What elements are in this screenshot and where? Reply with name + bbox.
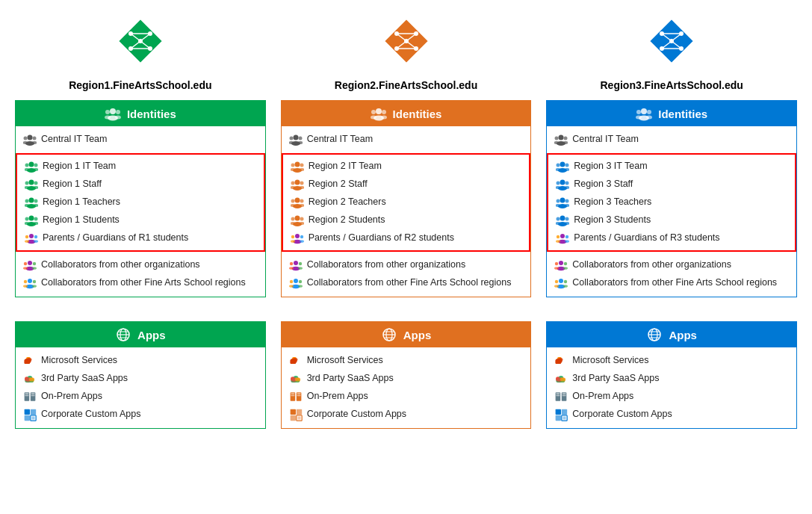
apps-header-region3: Apps [547,322,796,347]
group-icon [556,214,569,227]
svg-point-56 [24,262,27,265]
svg-point-232 [557,217,560,221]
svg-point-251 [554,285,559,288]
group-icon [554,258,568,272]
group-icon [25,214,38,227]
svg-point-134 [300,199,303,203]
svg-point-241 [565,240,569,243]
list-item: Region 1 Teachers [25,193,256,211]
svg-point-108 [371,110,376,114]
list-item: On-Prem Apps [23,388,258,406]
svg-point-244 [555,262,558,265]
identities-card-region2: Identities Central IT Team Region 2 IT T… [281,100,532,297]
svg-point-270 [560,377,565,381]
highlight-section-region3: Region 3 IT Team Region 3 Staff Region 3… [547,153,796,252]
list-item: Collaborators from other Fine Arts Schoo… [289,274,524,292]
domain-title-region2: Region2.FineArtsSchool.edu [335,79,477,91]
list-item: Region 3 Students [556,211,787,229]
svg-point-203 [636,116,642,120]
group-icon [556,178,569,191]
svg-point-50 [25,235,28,238]
svg-point-60 [28,279,32,283]
list-item: Region 3 Staff [556,176,787,193]
list-item: Microsoft Services [23,352,258,370]
svg-point-212 [560,162,565,167]
app-icon [554,408,568,421]
list-item: Microsoft Services [554,352,789,370]
identities-body-region3: Central IT Team [547,126,796,153]
list-item: Collaborators from other organizations [554,256,789,274]
svg-point-106 [376,108,382,114]
svg-point-206 [559,135,564,140]
svg-point-142 [295,234,300,238]
svg-point-144 [291,235,294,238]
list-item: Parents / Guardians of R3 students [556,229,787,247]
app-icon [23,354,37,368]
list-item: Region 2 Students [291,211,522,229]
svg-rect-273 [557,395,560,397]
svg-point-246 [564,262,567,265]
list-item: Corporate Custom Apps [289,406,524,424]
group-icon [556,232,569,245]
identities-body-region1: Central IT Team [16,126,265,153]
group-icon [23,276,37,290]
identities-header-region3: Identities [547,101,796,126]
svg-rect-75 [25,360,30,364]
app-icon [554,390,568,403]
group-icon [291,232,304,245]
apps-card-region1: Apps Microsoft Services 3rd Party SaaS A… [15,321,266,429]
svg-rect-87 [31,393,35,394]
logo-region3 [645,15,698,67]
group-icon [554,133,568,146]
svg-point-30 [29,180,34,185]
svg-point-250 [555,280,558,283]
app-icon [289,408,303,421]
svg-rect-275 [562,393,566,394]
app-icon [289,390,303,403]
svg-point-28 [34,164,38,167]
svg-point-224 [560,198,565,203]
svg-point-122 [300,164,303,167]
svg-rect-272 [557,393,560,394]
svg-point-111 [381,116,387,120]
svg-point-159 [298,285,303,288]
svg-point-18 [28,135,33,140]
svg-point-32 [25,182,29,185]
list-item: Microsoft Services [289,352,524,370]
svg-point-124 [294,180,300,185]
svg-point-152 [298,262,301,265]
svg-point-140 [300,217,303,221]
svg-point-242 [559,261,563,265]
svg-rect-185 [296,409,301,415]
svg-rect-279 [562,409,567,415]
group-icon [556,196,569,209]
svg-point-40 [34,199,38,203]
svg-point-36 [29,198,34,203]
group-icon [554,276,568,290]
svg-point-128 [300,182,303,185]
svg-point-214 [557,164,560,167]
svg-point-110 [382,110,386,114]
svg-point-157 [289,285,294,288]
group-icon [25,160,38,173]
svg-point-34 [34,182,38,185]
svg-point-120 [291,164,294,167]
svg-rect-281 [563,416,566,419]
app-icon [289,372,303,386]
svg-point-64 [33,280,36,283]
list-item: Collaborators from other organizations [23,256,258,274]
svg-point-154 [294,279,298,283]
svg-point-236 [560,234,565,238]
group-icon [291,196,304,209]
list-item: Region 2 IT Team [291,158,522,176]
svg-point-208 [555,137,559,140]
svg-rect-169 [290,360,295,364]
svg-point-210 [564,137,568,140]
column-region1: Region1.FineArtsSchool.edu Identities Ce… [15,15,266,429]
svg-point-132 [291,199,294,203]
svg-point-205 [646,116,652,120]
group-icon [289,276,303,290]
svg-point-230 [560,216,565,221]
app-icon [23,408,37,421]
svg-point-138 [291,217,294,221]
